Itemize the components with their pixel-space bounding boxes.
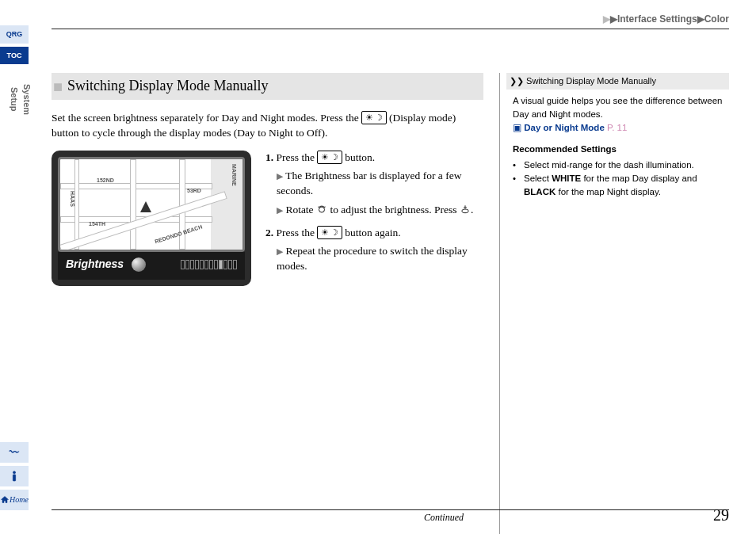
device-screenshot: 152ND 53RD 154TH REDONDO BEACH MARINE HA… (52, 151, 251, 287)
brightness-bar: Brightness (58, 252, 245, 280)
dial-knob-icon (132, 257, 146, 272)
home-label: Home (10, 494, 29, 505)
display-mode-key-icon: ☀ ☽ (317, 151, 342, 164)
street-label: 152ND (97, 177, 114, 185)
sidebar-link[interactable]: Day or Night Mode (524, 123, 605, 132)
continued-label: Continued (424, 511, 464, 524)
svg-rect-1 (13, 475, 15, 481)
rule-top (52, 29, 729, 29)
triangle-icon: ▶ (277, 171, 283, 181)
street-label: 154TH (89, 220, 105, 228)
left-rail: QRG TOC System Setup (0, 25, 29, 134)
page-number: 29 (713, 504, 729, 526)
recommended-heading: Recommended Settings (513, 143, 729, 156)
street-label: MARINE (230, 164, 238, 186)
sidebar-body: A visual guide helps you see the differe… (513, 94, 729, 122)
sidebar-column: ❯❯ Switching Display Mode Manually A vis… (499, 73, 729, 534)
rec-item: •Select mid-range for the dash illuminat… (513, 158, 729, 172)
main-column: ■ Switching Display Mode Manually Set th… (52, 73, 483, 286)
tab-section[interactable]: System Setup (0, 67, 40, 131)
heading-text: Switching Display Mode Manually (67, 76, 268, 96)
street-label: 53RD (187, 187, 201, 195)
tab-qrg[interactable]: QRG (0, 25, 29, 44)
rotate-dial-icon (316, 204, 327, 215)
svg-point-2 (319, 208, 325, 213)
steps-list: 1. Press the ☀ ☽ button. ▶ The Brightnes… (265, 151, 483, 287)
display-mode-key-icon: ☀ ☽ (361, 111, 387, 124)
triangle-icon: ▶ (277, 246, 283, 256)
link-marker-icon: ▣ (513, 123, 521, 132)
rec-item: •Select WHITE for the map Day display an… (513, 172, 729, 200)
svg-point-3 (462, 209, 468, 213)
display-mode-key-icon: ☀ ☽ (317, 226, 342, 239)
street-label: HAAS (68, 191, 76, 207)
home-button[interactable]: Home (0, 490, 29, 510)
left-rail-bottom: Home (0, 439, 29, 510)
brightness-indicator (181, 260, 237, 269)
map-screen: 152ND 53RD 154TH REDONDO BEACH MARINE HA… (58, 157, 245, 252)
sidebar-link-page[interactable]: P. 11 (607, 123, 627, 132)
tab-toc[interactable]: TOC (0, 47, 29, 65)
breadcrumb: ▶▶Interface Settings▶Color (603, 13, 729, 26)
info-button[interactable] (0, 466, 29, 486)
triangle-icon: ▶ (277, 205, 283, 215)
vehicle-marker-icon (140, 201, 151, 212)
svg-point-0 (13, 471, 15, 474)
sidebar-title: ❯❯ Switching Display Mode Manually (506, 73, 729, 90)
chevrons-icon: ❯❯ (510, 76, 524, 86)
heading-square-icon: ■ (53, 75, 63, 97)
intro-paragraph: Set the screen brightness separately for… (52, 111, 483, 141)
voice-button[interactable] (0, 442, 29, 463)
press-dial-icon (460, 204, 471, 215)
breadcrumb-1[interactable]: Interface Settings (617, 13, 697, 25)
step-2: 2. Press the ☀ ☽ button again. ▶ Repeat … (265, 226, 483, 274)
breadcrumb-2[interactable]: Color (704, 13, 729, 25)
brightness-label: Brightness (66, 257, 124, 273)
step-1: 1. Press the ☀ ☽ button. ▶ The Brightnes… (265, 151, 483, 219)
rule-bottom (52, 509, 729, 510)
section-heading: ■ Switching Display Mode Manually (52, 73, 483, 100)
